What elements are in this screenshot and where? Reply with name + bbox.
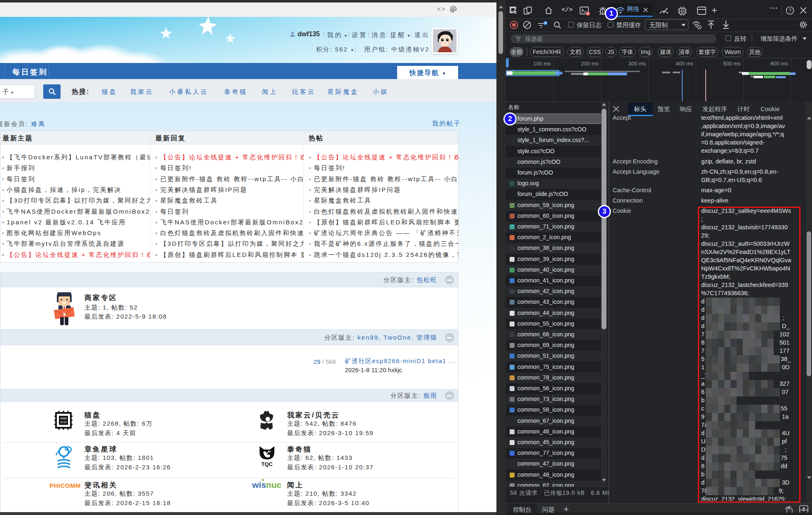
svg-text:ARM: ARM [60,417,67,420]
svg-text:3720: 3720 [60,421,67,424]
svg-text:?: ? [789,8,791,14]
svg-text:TQC: TQC [261,461,273,467]
